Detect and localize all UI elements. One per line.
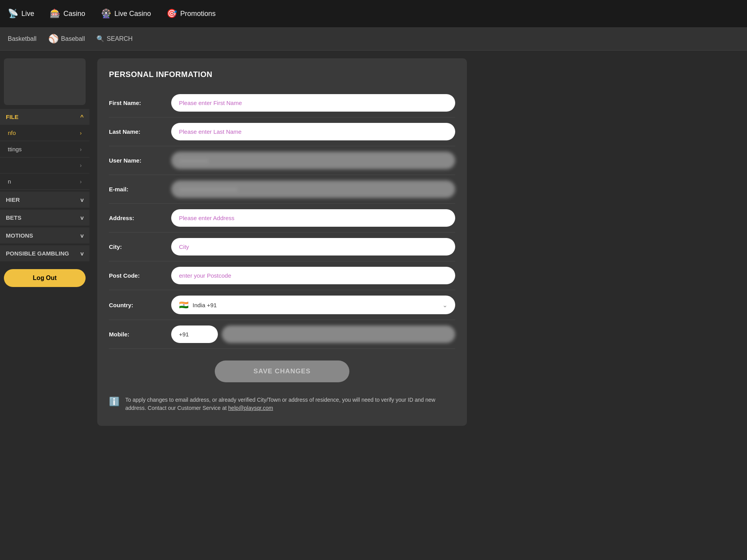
sidebar-responsible-label: PONSIBLE GAMBLING [6,250,69,257]
city-row: City: [109,233,455,261]
email-label: E-mail: [109,186,171,192]
sidebar-item-info[interactable]: nfo › [0,125,89,141]
info-row: ℹ️ To apply changes to email address, or… [109,390,455,414]
save-button-wrapper: SAVE CHANGES [109,360,455,382]
nav-item-live[interactable]: 📡 Live [8,9,34,19]
chevron-down-icon-responsible: v [81,250,84,257]
sidebar-item-4[interactable]: n › [0,173,89,190]
sidebar-hier-label: HIER [6,196,20,203]
info-icon: ℹ️ [109,397,119,407]
email-value: xxxxxxxxxxxxxxxxxxxx [171,180,455,198]
username-label: User Name: [109,157,171,164]
address-label: Address: [109,215,171,221]
info-text: To apply changes to email address, or al… [125,396,455,412]
chevron-down-icon: ⌄ [442,301,447,309]
personal-info-form: PERSONAL INFORMATION First Name: Last Na… [97,58,467,426]
nav-baseball[interactable]: ⚾ Baseball [48,34,85,44]
last-name-label: Last Name: [109,128,171,135]
mobile-row: Mobile: [109,320,455,349]
nav-basketball[interactable]: Basketball [8,35,37,42]
sidebar-motions-label: MOTIONS [6,232,33,239]
username-value: xxxxxxxxxx [171,152,455,169]
sidebar-section-motions-header[interactable]: MOTIONS v [0,228,89,243]
address-input[interactable] [171,209,455,227]
mobile-label: Mobile: [109,331,171,338]
sidebar: FILE ^ nfo › ttings › › n › HIER [0,51,89,560]
sidebar-section-profile: FILE ^ nfo › ttings › › n › [0,109,89,190]
promotions-icon: 🎯 [167,9,177,19]
second-navigation: Basketball ⚾ Baseball 🔍 SEARCH [0,27,747,51]
baseball-icon: ⚾ [48,34,59,44]
country-selector[interactable]: 🇮🇳 India +91 ⌄ [171,296,455,314]
nav-item-live-casino[interactable]: 🎡 Live Casino [101,9,151,19]
postcode-label: Post Code: [109,272,171,279]
search-icon: 🔍 [96,35,104,42]
last-name-input[interactable] [171,123,455,140]
sidebar-item-info-label: nfo [8,130,16,136]
first-name-label: First Name: [109,100,171,106]
nav-label-live: Live [21,10,34,18]
last-name-row: Last Name: [109,117,455,146]
basketball-label: Basketball [8,35,37,42]
nav-label-promotions: Promotions [180,10,216,18]
nav-item-casino[interactable]: 🎰 Casino [50,9,85,19]
address-row: Address: [109,204,455,233]
india-flag: 🇮🇳 [179,300,189,310]
sidebar-item-settings[interactable]: ttings › [0,141,89,158]
nav-item-promotions[interactable]: 🎯 Promotions [167,9,216,19]
arrow-right-icon-3: › [80,162,82,168]
mobile-inputs [171,326,455,343]
sidebar-bets-label: BETS [6,214,21,221]
nav-label-live-casino: Live Casino [114,10,151,18]
chevron-down-icon-hier: v [81,196,84,203]
customer-service-link[interactable]: help@playsqr.com [228,405,273,411]
mobile-number-input[interactable] [222,326,455,343]
first-name-row: First Name: [109,89,455,117]
sidebar-section-hier: HIER v [0,192,89,208]
casino-icon: 🎰 [50,9,60,19]
sidebar-section-hier-header[interactable]: HIER v [0,192,89,208]
top-navigation: 📡 Live 🎰 Casino 🎡 Live Casino 🎯 Promotio… [0,0,747,27]
arrow-right-icon: › [80,130,82,136]
sidebar-section-motions: MOTIONS v [0,228,89,243]
sidebar-item-settings-label: ttings [8,146,22,152]
search-label: SEARCH [107,35,133,42]
sidebar-section-responsible-header[interactable]: PONSIBLE GAMBLING v [0,245,89,261]
arrow-right-icon-4: › [80,178,82,185]
form-title: PERSONAL INFORMATION [109,70,455,79]
username-row: User Name: xxxxxxxxxx [109,146,455,175]
city-label: City: [109,243,171,250]
country-row: Country: 🇮🇳 India +91 ⌄ [109,290,455,320]
sidebar-section-bets: BETS v [0,210,89,226]
live-icon: 📡 [8,9,18,19]
save-changes-button[interactable]: SAVE CHANGES [215,360,350,382]
arrow-right-icon-2: › [80,146,82,152]
chevron-down-icon-bets: v [81,214,84,221]
sidebar-section-bets-header[interactable]: BETS v [0,210,89,226]
chevron-down-icon-motions: v [81,232,84,239]
sidebar-section-responsible: PONSIBLE GAMBLING v [0,245,89,261]
main-content: PERSONAL INFORMATION First Name: Last Na… [89,51,747,560]
sidebar-item-3[interactable]: › [0,158,89,173]
logout-button[interactable]: Log Out [4,269,86,287]
country-name: India +91 [193,302,217,308]
first-name-input[interactable] [171,94,455,112]
chevron-up-icon: ^ [80,114,84,120]
mobile-prefix-input[interactable] [171,326,218,343]
nav-label-casino: Casino [63,10,85,18]
live-casino-icon: 🎡 [101,9,111,19]
sidebar-section-label-file: FILE [6,114,19,120]
sidebar-item-4-label: n [8,178,11,185]
main-layout: FILE ^ nfo › ttings › › n › HIER [0,51,747,560]
baseball-label: Baseball [61,35,85,42]
search-button[interactable]: 🔍 SEARCH [96,35,133,42]
country-inner: 🇮🇳 India +91 [179,300,217,310]
sidebar-profile-card [4,58,86,105]
city-input[interactable] [171,238,455,256]
postcode-input[interactable] [171,267,455,284]
sidebar-section-header-file[interactable]: FILE ^ [0,109,89,125]
email-row: E-mail: xxxxxxxxxxxxxxxxxxxx [109,175,455,204]
postcode-row: Post Code: [109,261,455,290]
country-label: Country: [109,302,171,308]
